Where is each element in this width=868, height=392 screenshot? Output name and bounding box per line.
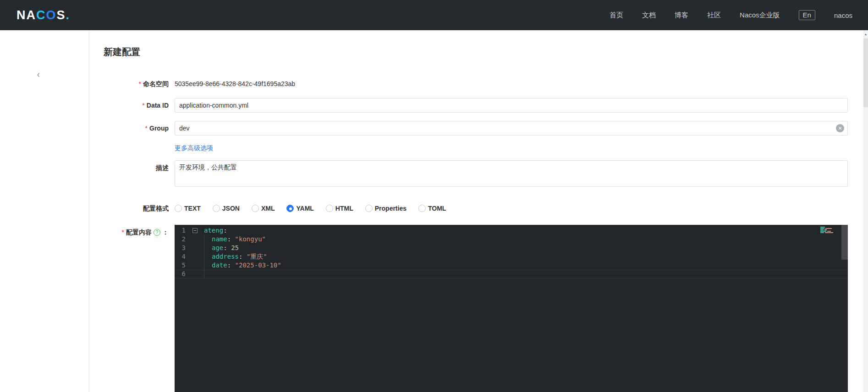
- format-row: 配置格式 TEXTJSONXMLYAMLHTMLPropertiesTOML: [104, 203, 848, 213]
- nav-item[interactable]: 文档: [642, 11, 656, 20]
- radio-icon: [365, 205, 373, 212]
- logo-part: .: [66, 8, 71, 22]
- required-asterisk: *: [142, 102, 144, 109]
- fold-column: [186, 226, 204, 235]
- editor-scrollbar-thumb[interactable]: [841, 225, 848, 260]
- data-id-input[interactable]: [175, 98, 848, 113]
- format-option-Properties[interactable]: Properties: [365, 205, 407, 212]
- code-line[interactable]: 4address: "重庆": [175, 252, 848, 261]
- scrollbar-up-arrow-icon[interactable]: ▲: [863, 30, 868, 38]
- format-label: 配置格式: [104, 203, 175, 213]
- nacos-logo[interactable]: NACOS.: [16, 8, 70, 22]
- token-punc: :: [227, 235, 235, 244]
- format-option-label: YAML: [296, 205, 313, 212]
- nav-item[interactable]: 博客: [675, 11, 688, 20]
- page-title: 新建配置: [104, 46, 848, 58]
- sidebar-collapse-chevron-icon[interactable]: ‹: [37, 69, 40, 79]
- format-option-TEXT[interactable]: TEXT: [175, 205, 201, 212]
- clear-input-icon[interactable]: ✕: [836, 124, 844, 132]
- code-line[interactable]: 2name: "kongyu": [175, 235, 848, 244]
- logo-part: O: [46, 8, 57, 22]
- page-scrollbar[interactable]: ▲: [863, 30, 868, 392]
- logo-part: S: [57, 8, 66, 22]
- radio-icon: [252, 205, 259, 212]
- code-line[interactable]: 3age: 25: [175, 244, 848, 252]
- language-toggle[interactable]: En: [799, 10, 815, 20]
- radio-icon: [213, 205, 220, 212]
- radio-icon: [175, 205, 182, 212]
- format-options: TEXTJSONXMLYAMLHTMLPropertiesTOML: [175, 203, 848, 213]
- indent-guide: [204, 244, 212, 252]
- fold-column: [186, 235, 204, 244]
- group-row: *Group ✕: [104, 121, 848, 136]
- required-asterisk: *: [145, 125, 148, 132]
- nav-item[interactable]: 社区: [707, 11, 721, 20]
- fold-column: [186, 261, 204, 270]
- code-line[interactable]: 6: [175, 270, 848, 278]
- editor-lines: 1ateng:2name: "kongyu"3age: 254address: …: [175, 225, 848, 278]
- help-icon[interactable]: ?: [154, 229, 160, 236]
- radio-icon: [418, 205, 426, 212]
- nav-item[interactable]: Nacos企业版: [740, 11, 780, 20]
- config-content-editor[interactable]: 1ateng:2name: "kongyu"3age: 254address: …: [175, 225, 848, 392]
- indent-guide: [204, 261, 212, 270]
- namespace-label: *命名空间: [104, 78, 175, 89]
- code-line[interactable]: 5date: "2025-03-10": [175, 261, 848, 270]
- group-input[interactable]: [175, 121, 848, 136]
- token-key: ateng: [204, 226, 223, 235]
- editor-minimap[interactable]: [819, 227, 841, 234]
- fold-collapse-icon[interactable]: [192, 228, 198, 233]
- description-textarea[interactable]: 开发环境，公共配置: [175, 160, 848, 187]
- indent-guide: [204, 270, 212, 278]
- minimap-segment: [820, 229, 824, 230]
- namespace-value: 5035ee99-8e66-4328-842c-49f1695a23ab: [175, 80, 295, 87]
- minimap-segment: [825, 228, 832, 229]
- namespace-row: *命名空间 5035ee99-8e66-4328-842c-49f1695a23…: [104, 78, 848, 89]
- format-option-label: TEXT: [184, 205, 201, 212]
- scrollbar-thumb[interactable]: [863, 38, 868, 107]
- code-text: ateng:: [204, 226, 227, 235]
- code-text: address: "重庆": [204, 252, 267, 261]
- more-advanced-options-link[interactable]: 更多高级选项: [175, 145, 213, 151]
- minimap-segment: [820, 228, 824, 229]
- fold-column: [186, 252, 204, 261]
- description-row: 描述 开发环境，公共配置: [104, 160, 848, 189]
- code-text: [204, 270, 212, 278]
- radio-icon: [326, 205, 333, 212]
- required-asterisk: *: [122, 228, 124, 237]
- line-number: 5: [175, 261, 186, 270]
- minimap-row: [819, 229, 841, 230]
- code-text: date: "2025-03-10": [204, 261, 281, 270]
- description-label: 描述: [104, 160, 175, 175]
- minimap-segment: [827, 231, 831, 232]
- required-asterisk: *: [139, 80, 141, 87]
- code-line[interactable]: 1ateng:: [175, 226, 848, 235]
- logo-part: NA: [16, 8, 36, 22]
- line-number: 1: [175, 226, 186, 235]
- indent-guide: [204, 235, 212, 244]
- minimap-row: [819, 228, 841, 229]
- format-option-JSON[interactable]: JSON: [213, 205, 240, 212]
- format-option-XML[interactable]: XML: [252, 205, 275, 212]
- group-label: *Group: [104, 121, 175, 136]
- format-option-label: HTML: [335, 205, 353, 212]
- format-option-HTML[interactable]: HTML: [326, 205, 353, 212]
- minimap-segment: [825, 232, 833, 233]
- format-option-label: XML: [261, 205, 275, 212]
- token-str: "2025-03-10": [235, 261, 281, 270]
- radio-icon: [286, 205, 294, 212]
- format-option-label: JSON: [222, 205, 240, 212]
- line-number: 2: [175, 235, 186, 244]
- format-option-YAML[interactable]: YAML: [286, 205, 313, 212]
- code-text: name: "kongyu": [204, 235, 266, 244]
- minimap-segment: [820, 231, 826, 232]
- advanced-options-row: 更多高级选项: [104, 144, 848, 152]
- minimap-row: [819, 232, 841, 233]
- logo-part: C: [36, 8, 46, 22]
- content-row: *配置内容?： 1ateng:2name: "kongyu"3age: 254a…: [104, 225, 848, 392]
- format-option-TOML[interactable]: TOML: [418, 205, 446, 212]
- token-key: address: [212, 252, 239, 261]
- username-menu[interactable]: nacos: [834, 11, 852, 19]
- token-num: 25: [231, 244, 239, 252]
- nav-item[interactable]: 首页: [610, 11, 623, 20]
